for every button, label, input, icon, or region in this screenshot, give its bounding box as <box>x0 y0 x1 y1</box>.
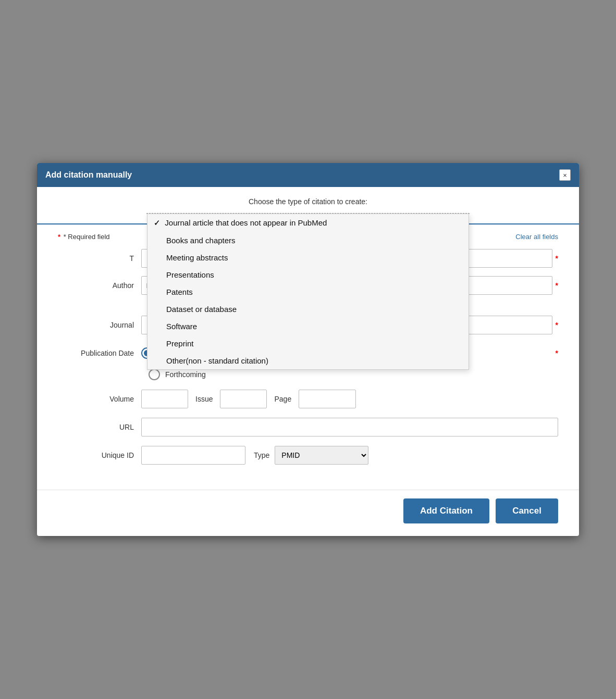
volume-label: Volume <box>58 395 141 403</box>
vol-issue-page-row: Volume Issue Page <box>58 390 558 408</box>
add-citation-button[interactable]: Add Citation <box>403 498 489 523</box>
dropdown-item-meeting[interactable]: Meeting abstracts <box>147 249 469 266</box>
volume-input[interactable] <box>141 390 188 408</box>
url-field-row: URL <box>58 418 558 436</box>
vol-inputs: Issue Page <box>141 390 356 408</box>
modal-body: Choose the type of citation to create: ✓… <box>37 187 579 490</box>
dropdown-item-presentations[interactable]: Presentations <box>147 266 469 283</box>
dropdown-item-dataset[interactable]: Dataset or database <box>147 301 469 318</box>
dropdown-menu: ✓ Journal article that does not appear i… <box>147 214 469 370</box>
required-text: * * Required field <box>58 233 110 241</box>
url-label: URL <box>58 423 141 431</box>
pub-date-label: Publication Date <box>58 349 141 357</box>
dropdown-item-patents[interactable]: Patents <box>147 283 469 301</box>
page-input[interactable] <box>299 390 356 408</box>
journal-required-marker: * <box>556 321 558 329</box>
cancel-button[interactable]: Cancel <box>496 498 558 523</box>
required-star: * <box>58 233 60 241</box>
forthcoming-row: Forthcoming <box>149 369 558 380</box>
page-label: Page <box>274 395 291 403</box>
clear-all-fields-link[interactable]: Clear all fields <box>515 233 558 241</box>
choose-type-label: Choose the type of citation to create: <box>58 197 558 206</box>
citation-type-dropdown-wrapper: ✓ Journal article that does not appear i… <box>58 213 558 214</box>
url-input[interactable] <box>141 418 558 436</box>
citation-type-dropdown[interactable]: ✓ Journal article that does not appear i… <box>146 213 470 214</box>
dropdown-item-books[interactable]: Books and chapters <box>147 232 469 249</box>
forthcoming-label: Forthcoming <box>165 370 206 379</box>
dropdown-item-journal[interactable]: ✓ Journal article that does not appear i… <box>147 214 469 232</box>
forthcoming-radio[interactable] <box>149 369 160 380</box>
modal-title: Add citation manually <box>45 170 132 180</box>
unique-id-label: Unique ID <box>58 451 141 459</box>
journal-label: Journal <box>58 321 141 329</box>
modal-header: Add citation manually × <box>37 163 579 187</box>
title-required-marker: * <box>556 254 558 263</box>
type-select[interactable]: PMID DOI ISBN <box>275 446 368 465</box>
issue-label: Issue <box>195 395 213 403</box>
title-label: T <box>58 254 141 263</box>
author-label: Author <box>58 281 141 290</box>
unique-id-input[interactable] <box>141 446 245 465</box>
dropdown-item-other[interactable]: Other(non - standard citation) <box>147 352 469 369</box>
type-label: Type <box>254 451 269 459</box>
dropdown-item-software[interactable]: Software <box>147 318 469 335</box>
add-citation-modal: Add citation manually × Choose the type … <box>37 163 579 536</box>
author-required-marker: * <box>556 281 558 290</box>
dropdown-item-preprint[interactable]: Preprint <box>147 335 469 352</box>
unique-id-row: Unique ID Type PMID DOI ISBN <box>58 446 558 465</box>
close-button[interactable]: × <box>559 169 571 181</box>
pub-date-required-marker: * <box>556 349 558 357</box>
issue-input[interactable] <box>220 390 267 408</box>
modal-footer: Add Citation Cancel <box>37 490 579 536</box>
checkmark-icon: ✓ <box>154 218 161 227</box>
